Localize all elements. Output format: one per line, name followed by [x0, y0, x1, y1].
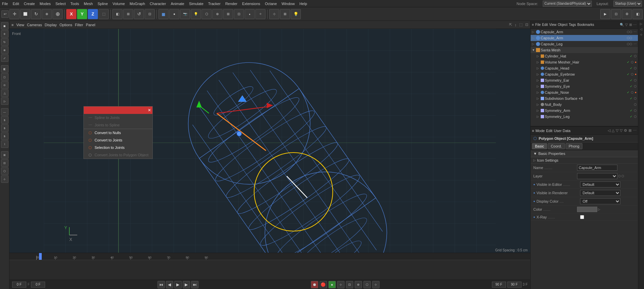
end-frame-input[interactable]: [492, 282, 506, 288]
obj-mgr-search[interactable]: 🔍: [620, 23, 624, 27]
props-menu-icon[interactable]: ≡: [532, 129, 534, 133]
obj-mgr-bookmarks[interactable]: Bookmarks: [577, 23, 594, 27]
left-tool-9[interactable]: △: [1, 89, 8, 97]
icon-settings-section[interactable]: ▷ Icon Settings: [531, 157, 638, 164]
left-tool-1[interactable]: ◼: [1, 22, 8, 30]
props-select-visible-editor[interactable]: Default: [580, 181, 620, 188]
left-tool-2[interactable]: ✛: [1, 30, 8, 38]
left-tool-10[interactable]: ▷: [1, 97, 8, 105]
snap-settings[interactable]: ⊹: [269, 9, 279, 19]
rs-icon-3[interactable]: ⊹: [639, 32, 644, 37]
left-tool-3[interactable]: ↻: [1, 38, 8, 46]
rs-icon-1[interactable]: ▷: [639, 22, 644, 26]
obj-mgr-file[interactable]: File: [535, 23, 541, 27]
perspective-view[interactable]: ◧: [112, 9, 122, 19]
obj-item-capsule-nose[interactable]: ▷ Capsule_Nose ✓ ⬡ ●: [531, 89, 638, 95]
props-select-visible-renderer[interactable]: Default: [580, 190, 620, 196]
object-effector[interactable]: ⊡: [234, 9, 244, 19]
front-view[interactable]: ⊡: [145, 9, 155, 19]
menu-extensions[interactable]: Extensions: [242, 2, 260, 6]
obj-mgr-filter[interactable]: ▽: [625, 23, 628, 27]
obj-mgr-dots[interactable]: ⋯: [633, 23, 637, 27]
context-menu-selection-joints[interactable]: ⬡ Selection to Joints: [84, 144, 152, 151]
menu-window[interactable]: Window: [282, 2, 295, 6]
left-tool-4[interactable]: ⊕: [1, 46, 8, 54]
obj-item-cylinder-hat[interactable]: ▷ Cylinder_Hat ✓ ⬡: [531, 53, 638, 59]
props-nav-fwd[interactable]: ▽: [616, 128, 618, 133]
object-camera[interactable]: 📷: [180, 9, 190, 19]
menu-octane[interactable]: Octane: [265, 2, 277, 6]
context-menu-close-button[interactable]: ✕: [148, 108, 151, 113]
obj-item-null-body[interactable]: ▷ Null_Body ⬡: [531, 101, 638, 108]
props-dots-icon[interactable]: ⋯: [633, 128, 637, 133]
menu-tracker[interactable]: Tracker: [208, 2, 221, 6]
obj-item-capsule-leg[interactable]: ▷ Capsule_Leg ⬡⬡ ⋯: [531, 41, 638, 47]
left-tool-12[interactable]: $: [1, 116, 8, 124]
skip-to-end[interactable]: ⏭: [191, 281, 199, 288]
left-tool-7[interactable]: ◻: [1, 73, 8, 81]
play-button[interactable]: ▶: [174, 281, 182, 288]
start-frame-input[interactable]: [12, 282, 26, 288]
props-tab-coord[interactable]: Coord.: [548, 143, 565, 149]
motion-system[interactable]: ⊹: [372, 281, 380, 288]
next-frame[interactable]: ▶: [183, 281, 190, 288]
obj-mgr-object[interactable]: Object: [558, 23, 568, 27]
context-menu-joints-to-spline[interactable]: ⋯ Joints to Spline: [84, 121, 152, 129]
grid-toggle[interactable]: ⊞: [280, 9, 290, 19]
object-sphere[interactable]: ●: [169, 9, 179, 19]
left-tool-17[interactable]: ⊡: [1, 159, 8, 167]
left-tool-6[interactable]: ◧: [1, 65, 8, 73]
keyframe-clear[interactable]: ⊛: [355, 281, 362, 288]
scale-tool[interactable]: ⬜: [20, 9, 30, 19]
object-cube[interactable]: ◼: [158, 9, 169, 19]
undo-button[interactable]: ↩: [1, 10, 9, 18]
menu-render[interactable]: Render: [225, 2, 237, 6]
menu-select[interactable]: Select: [56, 2, 66, 6]
keyframe-all[interactable]: ⊹: [337, 281, 345, 288]
translate-button[interactable]: ⊕: [52, 9, 63, 19]
left-tool-15[interactable]: ⌇: [1, 140, 8, 148]
vp-menu-options[interactable]: Options: [60, 23, 72, 27]
current-frame-input[interactable]: [31, 282, 45, 288]
vp-icon-4[interactable]: ⊡: [525, 23, 528, 27]
obj-mgr-view[interactable]: View: [549, 23, 557, 27]
obj-item-capsule-eyebrow[interactable]: ▷ Capsule_Eyebrow ✓ ⬡ ●: [531, 71, 638, 77]
render-settings[interactable]: ⚙: [622, 9, 632, 19]
obj-item-subdivision[interactable]: ▷ Subdivision Surface +8 ✓ ⬡: [531, 95, 638, 101]
texture-view[interactable]: ◧: [633, 9, 643, 19]
vp-menu-display[interactable]: Display: [45, 23, 57, 27]
obj-item-symmetry-eye[interactable]: ▷ Symmetry_Eye ✓ ⬡: [531, 83, 638, 89]
vp-menu-filter[interactable]: Filter: [75, 23, 83, 27]
obj-item-symmetry-ear[interactable]: ▷ Symmetry_Ear ✓ ⬡: [531, 77, 638, 83]
obj-item-capsule-head[interactable]: ▷ Capsule_Head ✓ ⬡: [531, 65, 638, 71]
vp-menu-icon[interactable]: ≡: [11, 23, 13, 27]
context-menu-convert-polygon[interactable]: ⬡ Convert Joints to Polygon Object: [84, 151, 152, 159]
world-button[interactable]: ⬚: [99, 9, 109, 19]
props-nav-back[interactable]: ◁: [608, 128, 610, 133]
skip-to-start[interactable]: ⏮: [157, 281, 165, 288]
obj-item-capsule-arm-1[interactable]: ▷ Capsule_Arm ⬡⬡ ⋯: [531, 29, 638, 35]
object-tag[interactable]: ⬧: [245, 9, 255, 19]
vp-icon-3[interactable]: ⬚: [519, 23, 523, 27]
menu-edit[interactable]: Edit: [13, 2, 19, 6]
props-settings-icon[interactable]: ⚙: [624, 128, 627, 133]
motion-clips[interactable]: ⬡: [363, 281, 371, 288]
left-tool-18[interactable]: ⬡: [1, 167, 8, 175]
context-menu-convert-nulls[interactable]: ⬡ Convert to Nulls: [84, 129, 152, 136]
layout-select[interactable]: Startup (User): [613, 1, 642, 7]
motion-record[interactable]: ●: [328, 281, 336, 288]
object-xpresso[interactable]: ✧: [255, 9, 265, 19]
props-select-layer[interactable]: [577, 173, 617, 179]
obj-item-santa-mesh[interactable]: ▼ Santa Mesh: [531, 47, 638, 53]
props-input-name[interactable]: [577, 165, 617, 171]
axis-z[interactable]: Z: [88, 9, 98, 19]
menu-volume[interactable]: Volume: [113, 2, 125, 6]
keyframe-sel[interactable]: ⊡: [346, 281, 353, 288]
props-mode[interactable]: Mode: [535, 129, 545, 133]
top-view[interactable]: ⊞: [123, 9, 133, 19]
object-field[interactable]: ⊞: [223, 9, 233, 19]
left-tool-8[interactable]: ⊙: [1, 81, 8, 89]
obj-item-volume-hair[interactable]: ▷ Volume Mesher_Hair ✓ ⬡ ●: [531, 59, 638, 65]
object-light[interactable]: 💡: [191, 9, 201, 19]
object-material[interactable]: ⬡: [202, 9, 212, 19]
